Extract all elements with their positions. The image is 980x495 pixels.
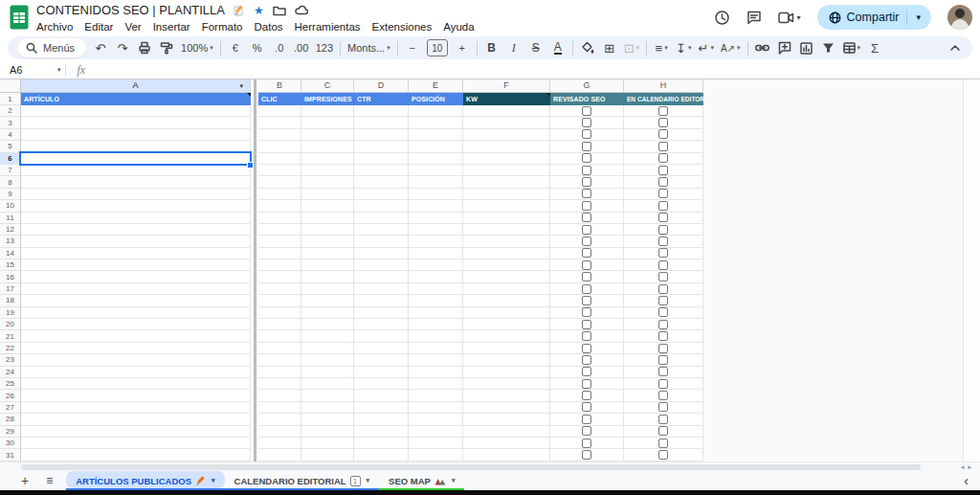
cell-D16[interactable]: [354, 271, 409, 282]
row-header-1[interactable]: 1: [0, 93, 21, 105]
cell-C4[interactable]: [301, 129, 354, 141]
cell-G26[interactable]: [550, 390, 624, 401]
cell-G25[interactable]: [550, 378, 624, 390]
column-header-F[interactable]: F: [463, 79, 550, 93]
row-header-30[interactable]: 30: [0, 438, 21, 449]
menu-archivo[interactable]: Archivo: [36, 21, 78, 33]
selection-fill-handle[interactable]: [247, 162, 254, 169]
column-header-D[interactable]: D: [354, 79, 409, 93]
checkbox-unchecked[interactable]: [658, 367, 668, 376]
checkbox-unchecked[interactable]: [582, 177, 591, 187]
cell-A24[interactable]: [21, 367, 251, 378]
text-wrap-button[interactable]: ↵ ▾: [699, 38, 714, 57]
cell-F28[interactable]: [463, 414, 550, 425]
cell-G11[interactable]: [550, 213, 624, 224]
cell-G16[interactable]: [550, 271, 624, 282]
checkbox-unchecked[interactable]: [582, 426, 591, 436]
cell-D9[interactable]: [354, 189, 409, 200]
increase-font-size-button[interactable]: +: [455, 38, 470, 57]
cell-G2[interactable]: [550, 105, 624, 117]
cell-A11[interactable]: [21, 213, 251, 224]
row-header-31[interactable]: 31: [0, 449, 21, 461]
cell-C30[interactable]: [301, 438, 354, 449]
cell-F3[interactable]: [463, 117, 550, 128]
cell-C13[interactable]: [301, 236, 354, 247]
menu-herramientas[interactable]: Herramientas: [289, 21, 367, 33]
text-rotation-button[interactable]: A↗ ▾: [721, 38, 741, 57]
cell-B17[interactable]: [258, 283, 301, 295]
checkbox-unchecked[interactable]: [658, 331, 668, 341]
cell-E22[interactable]: [409, 343, 463, 354]
row-header-8[interactable]: 8: [0, 176, 21, 188]
cell-G18[interactable]: [550, 295, 624, 306]
cell-D14[interactable]: [354, 248, 409, 259]
cell-C15[interactable]: [301, 259, 354, 271]
menu-datos[interactable]: Datos: [249, 21, 289, 33]
checkbox-unchecked[interactable]: [582, 320, 591, 329]
cell-B31[interactable]: [258, 449, 301, 461]
checkbox-unchecked[interactable]: [658, 260, 668, 270]
increase-decimal-button[interactable]: .00: [294, 38, 309, 57]
cell-D3[interactable]: [354, 117, 409, 128]
cell-A18[interactable]: [21, 295, 251, 306]
cell-C17[interactable]: [301, 283, 354, 295]
cell-H28[interactable]: [624, 414, 703, 425]
cell-E13[interactable]: [409, 236, 463, 247]
cell-A25[interactable]: [21, 378, 251, 390]
checkbox-unchecked[interactable]: [582, 402, 591, 412]
move-folder-icon[interactable]: [273, 5, 286, 16]
sheets-logo-icon[interactable]: [10, 5, 29, 30]
cell-F29[interactable]: [463, 426, 550, 438]
cell-C22[interactable]: [301, 343, 354, 354]
cell-B14[interactable]: [258, 248, 301, 259]
row-header-17[interactable]: 17: [0, 283, 21, 295]
checkbox-unchecked[interactable]: [582, 355, 591, 365]
cell-A14[interactable]: [21, 248, 251, 259]
cell-D5[interactable]: [354, 141, 409, 152]
cell-B25[interactable]: [258, 378, 301, 390]
cell-B23[interactable]: [258, 354, 301, 366]
text-color-button[interactable]: A: [554, 42, 562, 55]
cell-B9[interactable]: [258, 189, 301, 200]
cell-E8[interactable]: [409, 176, 463, 188]
checkbox-unchecked[interactable]: [658, 153, 668, 163]
cell-B6[interactable]: [258, 153, 301, 165]
cell-E3[interactable]: [409, 117, 463, 128]
font-select[interactable]: Monts... ▾: [347, 38, 390, 57]
checkbox-unchecked[interactable]: [658, 201, 668, 211]
column-header-E[interactable]: E: [409, 79, 463, 93]
cell-G7[interactable]: [550, 165, 624, 176]
cell-D28[interactable]: [354, 414, 409, 425]
cell-F21[interactable]: [463, 330, 550, 342]
cell-G29[interactable]: [550, 426, 624, 438]
cell-H6[interactable]: [624, 153, 703, 165]
insert-link-button[interactable]: [755, 38, 770, 57]
checkbox-unchecked[interactable]: [582, 272, 591, 281]
cell-H26[interactable]: [624, 390, 703, 401]
cell-D30[interactable]: [354, 438, 409, 449]
cell-H13[interactable]: [624, 236, 703, 247]
checkbox-unchecked[interactable]: [582, 213, 591, 222]
checkbox-unchecked[interactable]: [658, 415, 668, 424]
horizontal-scrollbar[interactable]: ◂▸: [0, 461, 980, 471]
cell-G31[interactable]: [550, 449, 624, 461]
cell-G9[interactable]: [550, 189, 624, 200]
cell-A10[interactable]: [21, 200, 251, 212]
search-menus-button[interactable]: Menús: [17, 38, 86, 57]
checkbox-unchecked[interactable]: [658, 296, 668, 305]
cell-G15[interactable]: [550, 259, 624, 271]
cell-B1[interactable]: CLIC: [258, 93, 301, 105]
cell-H14[interactable]: [624, 248, 703, 259]
version-history-icon[interactable]: [714, 10, 730, 26]
cell-B24[interactable]: [258, 367, 301, 378]
cell-B21[interactable]: [258, 330, 301, 342]
checkbox-unchecked[interactable]: [582, 260, 591, 270]
row-header-2[interactable]: 2: [0, 105, 21, 117]
cell-G14[interactable]: [550, 248, 624, 259]
cell-A31[interactable]: [21, 449, 251, 461]
row-header-15[interactable]: 15: [0, 259, 21, 271]
comments-icon[interactable]: [746, 10, 762, 25]
cell-F13[interactable]: [463, 236, 550, 247]
cell-B15[interactable]: [258, 259, 301, 271]
cell-G21[interactable]: [550, 330, 624, 342]
